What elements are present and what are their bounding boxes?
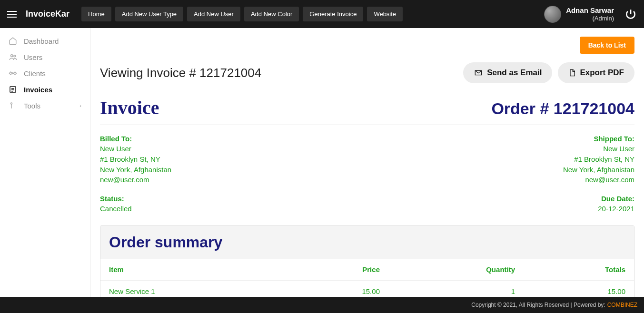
order-summary-title: Order summary xyxy=(100,226,634,259)
users-icon xyxy=(9,53,17,61)
col-price: Price xyxy=(286,259,388,281)
footer-link[interactable]: COMBINEZ xyxy=(607,302,637,308)
status-label: Status: xyxy=(100,195,132,203)
user-block[interactable]: Adnan Sarwar (Admin) xyxy=(544,6,637,23)
col-qty: Quantity xyxy=(388,259,524,281)
send-email-button[interactable]: Send as Email xyxy=(463,62,552,83)
col-item: Item xyxy=(100,259,286,281)
svg-point-1 xyxy=(14,55,16,57)
sidebar-item-label: Users xyxy=(24,53,42,61)
col-totals: Totals xyxy=(524,259,634,281)
tools-icon xyxy=(9,101,17,110)
cell-total: 15.00 xyxy=(524,280,634,297)
billed-address1: #1 Brooklyn St, NY xyxy=(100,154,171,165)
shipped-name: New User xyxy=(563,144,634,154)
shipped-email: new@user.com xyxy=(563,175,634,185)
power-icon[interactable] xyxy=(624,8,637,20)
billed-address2: New York, Afghanistan xyxy=(100,165,171,175)
sidebar: Dashboard Users Clients Invoices Tools › xyxy=(0,28,90,297)
chevron-right-icon: › xyxy=(79,103,81,108)
billed-name: New User xyxy=(100,144,171,154)
cell-item: New Service 1 xyxy=(100,280,286,297)
nav-add-user-button[interactable]: Add New User xyxy=(187,7,240,21)
page-title: Viewing Invoice # 121721004 xyxy=(100,66,261,80)
cell-price: 15.00 xyxy=(286,280,388,297)
main-content: Back to List Viewing Invoice # 121721004… xyxy=(90,28,644,297)
nav-add-user-type-button[interactable]: Add New User Type xyxy=(115,7,183,21)
list-icon xyxy=(9,85,17,94)
sidebar-item-dashboard[interactable]: Dashboard xyxy=(0,33,90,49)
status-value: Cancelled xyxy=(100,204,132,214)
send-email-label: Send as Email xyxy=(487,68,542,78)
order-number: Order # 121721004 xyxy=(491,99,634,118)
home-icon xyxy=(9,37,17,45)
envelope-icon xyxy=(474,69,483,77)
order-summary-box: Order summary Item Price Quantity Totals xyxy=(100,225,634,297)
brand-logo[interactable]: InvoiceKar xyxy=(26,9,69,19)
export-pdf-button[interactable]: Export PDF xyxy=(558,62,634,83)
sidebar-item-label: Invoices xyxy=(24,86,52,94)
invoice-heading: Invoice xyxy=(100,97,159,119)
svg-point-6 xyxy=(11,103,12,104)
sidebar-item-label: Tools xyxy=(24,102,40,110)
shipped-address1: #1 Brooklyn St, NY xyxy=(563,154,634,165)
order-summary-table: Item Price Quantity Totals New Service 1… xyxy=(100,259,634,297)
footer-text: Copyright © 2021, All Rights Reserved | … xyxy=(471,302,605,308)
pdf-icon xyxy=(568,68,576,78)
billed-email: new@user.com xyxy=(100,175,171,185)
table-row: New Service 1 15.00 1 15.00 xyxy=(100,280,634,297)
nav-generate-invoice-button[interactable]: Generate Invoice xyxy=(303,7,363,21)
footer: Copyright © 2021, All Rights Reserved | … xyxy=(0,297,644,313)
svg-point-0 xyxy=(11,55,13,57)
billed-to-label: Billed To: xyxy=(100,135,171,143)
nav-website-button[interactable]: Website xyxy=(367,7,403,21)
handshake-icon xyxy=(9,69,17,78)
top-bar: InvoiceKar Home Add New User Type Add Ne… xyxy=(0,0,644,28)
nav-home-button[interactable]: Home xyxy=(81,7,111,21)
nav-add-color-button[interactable]: Add New Color xyxy=(244,7,299,21)
avatar xyxy=(544,6,561,23)
sidebar-item-label: Dashboard xyxy=(24,37,59,45)
export-pdf-label: Export PDF xyxy=(580,68,624,78)
hamburger-menu-icon[interactable] xyxy=(7,9,19,20)
due-date-value: 20-12-2021 xyxy=(598,204,634,214)
due-date-label: Due Date: xyxy=(598,195,634,203)
sidebar-item-label: Clients xyxy=(24,69,46,78)
user-name: Adnan Sarwar xyxy=(566,6,614,15)
sidebar-item-tools[interactable]: Tools › xyxy=(0,98,90,114)
sidebar-item-invoices[interactable]: Invoices xyxy=(0,81,90,98)
back-to-list-button[interactable]: Back to List xyxy=(580,37,634,54)
sidebar-item-clients[interactable]: Clients xyxy=(0,65,90,81)
sidebar-item-users[interactable]: Users xyxy=(0,49,90,65)
nav-buttons: Home Add New User Type Add New User Add … xyxy=(81,7,403,21)
user-role: (Admin) xyxy=(566,15,614,22)
shipped-address2: New York, Afghanistan xyxy=(563,165,634,175)
shipped-to-label: Shipped To: xyxy=(563,135,634,143)
cell-qty: 1 xyxy=(388,280,524,297)
